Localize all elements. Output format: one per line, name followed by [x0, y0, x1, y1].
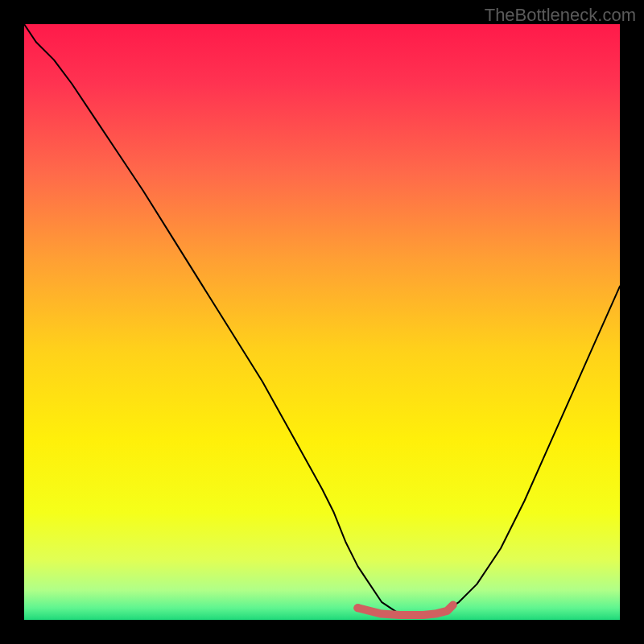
chart-lines-overlay: [24, 24, 620, 620]
watermark-text: TheBottleneck.com: [485, 5, 636, 26]
bottleneck-curve: [24, 24, 620, 617]
chart-container: [24, 24, 620, 620]
optimal-range-marker: [357, 605, 452, 616]
optimal-point-marker: [353, 604, 361, 612]
